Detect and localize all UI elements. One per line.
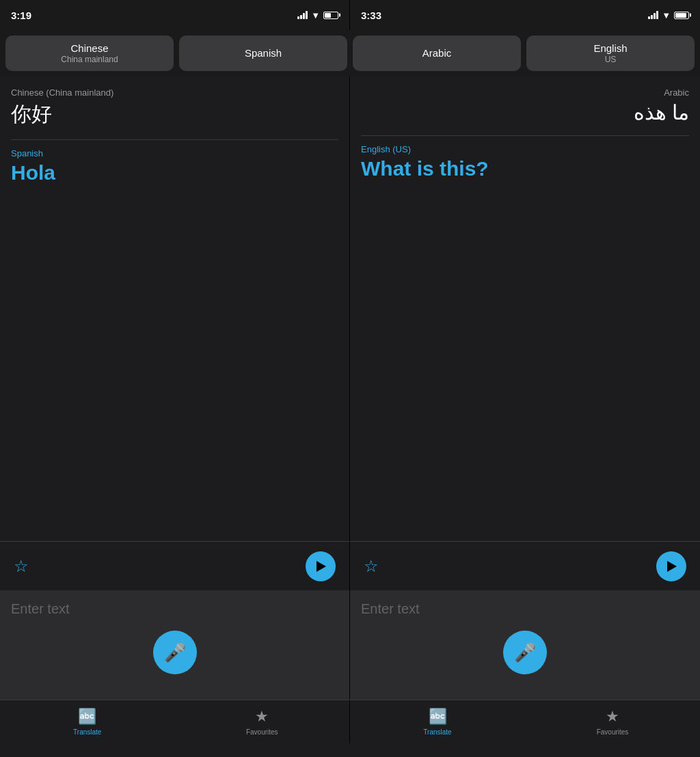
left-translate-nav-label: Translate <box>73 728 101 736</box>
right-signal-icon <box>648 11 658 19</box>
right-divider <box>361 135 689 136</box>
right-mic-button[interactable]: 🎤 <box>503 631 547 674</box>
right-translate-nav-item[interactable]: 🔤 Translate <box>350 700 525 743</box>
left-source-lang-label: Chinese (China mainland) <box>11 87 338 98</box>
right-source-lang-label: Arabic <box>361 87 689 98</box>
left-translate-icon: 🔤 <box>78 708 96 726</box>
right-play-button[interactable] <box>656 551 686 581</box>
main-translation-area: Chinese (China mainland) 你好 Spanish Hola… <box>0 77 700 590</box>
right-status-icons: ▼ <box>648 10 689 20</box>
left-signal-icon <box>297 11 308 19</box>
left-input-panel: Enter text 🎤 <box>0 590 350 700</box>
left-play-button[interactable] <box>306 551 336 581</box>
left-target-lang-label: Spanish <box>11 148 338 159</box>
right-target-text: What is this? <box>361 157 689 180</box>
right-wifi-icon: ▼ <box>662 10 671 20</box>
left-battery-icon <box>323 12 338 19</box>
left-play-icon <box>317 561 326 572</box>
left-favourites-nav-item[interactable]: ★ Favourites <box>175 700 350 743</box>
left-time: 3:19 <box>11 10 31 21</box>
bottom-nav: 🔤 Translate ★ Favourites 🔤 Translate ★ F… <box>0 700 700 757</box>
right-lang-btn-1[interactable]: Arabic <box>353 36 521 71</box>
left-lang-btn-2[interactable]: Spanish <box>179 36 347 71</box>
left-status-bar: 3:19 ▼ <box>0 0 350 30</box>
right-favourites-nav-item[interactable]: ★ Favourites <box>525 700 700 743</box>
left-divider <box>11 139 338 140</box>
right-trans-content: Arabic ما هذه English (US) What is this? <box>350 77 700 541</box>
left-favourites-icon: ★ <box>255 708 269 726</box>
left-enter-text-label[interactable]: Enter text <box>11 601 338 617</box>
right-action-bar: ☆ <box>350 541 700 590</box>
left-favourites-nav-label: Favourites <box>246 728 278 736</box>
right-lang-selectors: Arabic English US <box>353 36 695 71</box>
right-battery-icon <box>674 12 689 19</box>
right-enter-text-label[interactable]: Enter text <box>361 601 689 617</box>
input-area: Enter text 🎤 Enter text 🎤 <box>0 590 700 700</box>
right-play-icon <box>667 561 677 572</box>
left-source-text: 你好 <box>11 100 338 128</box>
left-nav-section: 🔤 Translate ★ Favourites <box>0 700 350 743</box>
left-mic-icon: 🎤 <box>164 642 186 663</box>
right-lang-btn-2[interactable]: English US <box>526 36 695 71</box>
left-lang-btn-1[interactable]: Chinese China mainland <box>5 36 174 71</box>
right-favourites-icon: ★ <box>606 708 619 726</box>
right-translate-icon: 🔤 <box>429 708 447 726</box>
left-target-text: Hola <box>11 161 338 184</box>
left-translation-panel: Chinese (China mainland) 你好 Spanish Hola… <box>0 77 350 590</box>
left-status-icons: ▼ <box>297 10 338 20</box>
right-mic-icon: 🎤 <box>514 642 536 663</box>
status-bars: 3:19 ▼ 3:33 ▼ <box>0 0 700 30</box>
right-favourites-nav-label: Favourites <box>597 728 629 736</box>
right-translation-panel: Arabic ما هذه English (US) What is this?… <box>350 77 700 590</box>
right-input-panel: Enter text 🎤 <box>350 590 700 700</box>
left-wifi-icon: ▼ <box>311 10 320 20</box>
right-status-bar: 3:33 ▼ <box>350 0 700 30</box>
left-translate-nav-item[interactable]: 🔤 Translate <box>0 700 175 743</box>
language-selector-row: Chinese China mainland Spanish Arabic En… <box>0 30 700 77</box>
left-favourite-button[interactable]: ☆ <box>14 558 29 575</box>
right-translate-nav-label: Translate <box>423 728 451 736</box>
right-source-text: ما هذه <box>361 100 689 124</box>
left-action-bar: ☆ <box>0 541 349 590</box>
left-trans-content: Chinese (China mainland) 你好 Spanish Hola <box>0 77 349 541</box>
left-lang-selectors: Chinese China mainland Spanish <box>5 36 347 71</box>
right-favourite-button[interactable]: ☆ <box>364 558 379 575</box>
right-time: 3:33 <box>361 10 381 21</box>
right-nav-section: 🔤 Translate ★ Favourites <box>350 700 700 743</box>
left-mic-button[interactable]: 🎤 <box>153 631 197 674</box>
right-target-lang-label: English (US) <box>361 144 689 154</box>
